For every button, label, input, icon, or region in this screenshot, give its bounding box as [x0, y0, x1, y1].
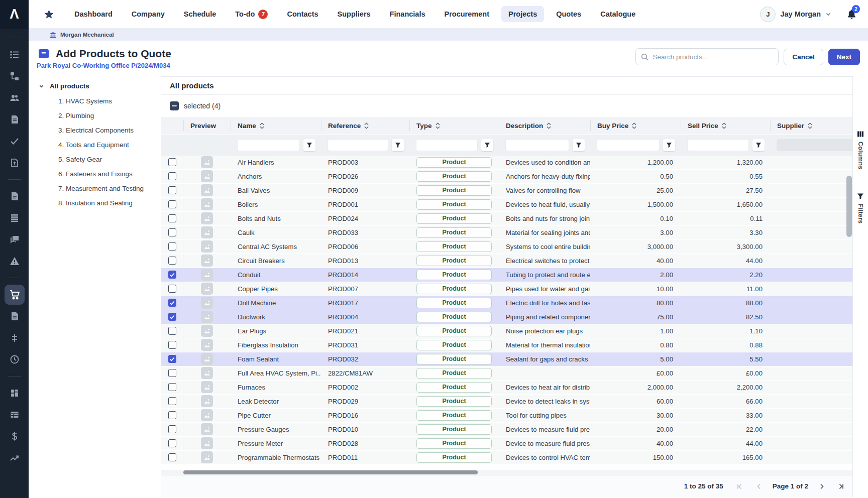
nav-item-to-do[interactable]: To-do7 — [228, 6, 275, 23]
row-checkbox[interactable] — [168, 172, 176, 180]
nav-item-catalogue[interactable]: Catalogue — [593, 6, 642, 22]
previous-page-button[interactable] — [753, 481, 765, 492]
list-icon[interactable] — [9, 49, 21, 61]
nav-item-suppliers[interactable]: Suppliers — [331, 6, 378, 22]
table-row[interactable]: Circuit Breakers PROD013 Product Electri… — [161, 254, 852, 268]
rows-icon[interactable] — [9, 212, 21, 224]
columns-tab[interactable]: Columns — [857, 131, 864, 170]
nav-item-company[interactable]: Company — [125, 6, 172, 22]
table-row[interactable]: Pressure Meter PROD028 Product Device to… — [161, 437, 852, 451]
description-filter-funnel-button[interactable] — [573, 139, 585, 151]
sort-icon[interactable] — [436, 122, 440, 129]
sell-price-filter-input[interactable] — [687, 139, 749, 151]
tree-item[interactable]: 4. Tools and Equipment — [29, 138, 161, 152]
table-row[interactable]: Full Area HVAC System, Pi... 2822/CM81AW… — [161, 366, 852, 381]
table-row[interactable]: Foam Sealant PROD032 Product Sealant for… — [161, 352, 852, 366]
select-all-indeterminate-checkbox[interactable] — [170, 101, 179, 110]
table-row[interactable]: Programmable Thermostats PROD011 Product… — [161, 451, 852, 465]
sort-icon[interactable] — [260, 122, 264, 129]
row-checkbox[interactable] — [168, 411, 176, 419]
notifications-bell[interactable]: 2 — [846, 9, 857, 20]
row-checkbox[interactable] — [168, 369, 176, 377]
table-row[interactable]: Central AC Systems PROD006 Product Syste… — [161, 240, 852, 254]
sort-icon[interactable] — [722, 122, 726, 129]
column-header-reference[interactable]: Reference — [321, 117, 409, 135]
tree-item[interactable]: 8. Insulation and Sealing — [29, 196, 161, 210]
chat-icon[interactable] — [9, 233, 21, 245]
row-checkbox[interactable] — [168, 186, 176, 194]
favorites-star-icon[interactable] — [44, 9, 54, 20]
column-header-buy-price[interactable]: Buy Price — [590, 117, 681, 135]
nav-item-dashboard[interactable]: Dashboard — [67, 6, 120, 22]
grid-icon[interactable] — [9, 387, 21, 399]
table-row[interactable]: Boilers PROD001 Product Devices to heat … — [161, 198, 852, 212]
sort-icon[interactable] — [808, 122, 812, 129]
table-row[interactable]: Ductwork PROD004 Product Piping and rela… — [161, 310, 852, 324]
nav-item-procurement[interactable]: Procurement — [438, 6, 496, 22]
column-header-name[interactable]: Name — [231, 117, 321, 135]
sort-icon[interactable] — [547, 122, 551, 129]
table-row[interactable]: Anchors PROD026 Product Anchors for heav… — [161, 170, 852, 184]
table-row[interactable]: Pressure Gauges PROD010 Product Devices … — [161, 423, 852, 437]
table-row[interactable]: Furnaces PROD002 Product Devices to heat… — [161, 381, 852, 395]
document-icon[interactable] — [9, 113, 21, 126]
table-row[interactable]: Copper Pipes PROD007 Product Pipes used … — [161, 282, 852, 296]
document-lines-icon[interactable] — [9, 190, 21, 202]
next-page-button[interactable] — [816, 481, 827, 492]
users-icon[interactable] — [9, 92, 21, 104]
horizontal-scrollbar[interactable] — [161, 470, 852, 475]
column-header-type[interactable]: Type — [409, 117, 499, 135]
row-checkbox[interactable] — [168, 228, 176, 236]
vertical-scrollbar[interactable] — [846, 157, 852, 277]
row-checkbox[interactable] — [168, 214, 176, 222]
clock-icon[interactable] — [9, 353, 21, 365]
breadcrumb[interactable]: Morgan Mechanical — [29, 29, 868, 41]
row-checkbox[interactable] — [168, 242, 176, 251]
table-row[interactable]: Bolts and Nuts PROD024 Product Bolts and… — [161, 212, 852, 226]
column-header-sell-price[interactable]: Sell Price — [681, 117, 770, 135]
row-checkbox[interactable] — [168, 341, 176, 349]
row-checkbox[interactable] — [168, 383, 176, 391]
tree-root-all-products[interactable]: All products — [29, 76, 161, 92]
filters-tab[interactable]: Filters — [857, 193, 864, 224]
row-checkbox[interactable] — [168, 355, 176, 363]
tree-item[interactable]: 7. Measurement and Testing — [29, 181, 161, 196]
reference-filter-funnel-button[interactable] — [392, 139, 404, 151]
invoice-icon[interactable] — [9, 310, 21, 322]
nav-item-projects[interactable]: Projects — [501, 6, 544, 22]
nav-item-quotes[interactable]: Quotes — [549, 6, 588, 22]
tree-item[interactable]: 3. Electrical Components — [29, 123, 161, 138]
tree-item[interactable]: 2. Plumbing — [29, 108, 161, 123]
row-checkbox[interactable] — [168, 299, 176, 307]
next-button[interactable]: Next — [828, 49, 860, 65]
type-filter-funnel-button[interactable] — [481, 139, 493, 151]
vertical-scrollbar-thumb[interactable] — [846, 176, 852, 237]
first-page-button[interactable] — [734, 481, 745, 492]
name-filter-input[interactable] — [237, 139, 300, 151]
description-filter-input[interactable] — [505, 139, 569, 151]
trend-icon[interactable] — [9, 452, 21, 464]
type-filter-input[interactable] — [416, 139, 478, 151]
row-checkbox[interactable] — [168, 439, 176, 447]
table-row[interactable]: Drill Machine PROD017 Product Electric d… — [161, 296, 852, 310]
table-icon[interactable] — [9, 409, 21, 421]
tree-item[interactable]: 6. Fasteners and Fixings — [29, 167, 161, 181]
row-checkbox[interactable] — [168, 257, 176, 265]
warning-icon[interactable] — [9, 255, 21, 267]
buy-price-filter-input[interactable] — [597, 139, 660, 151]
search-input[interactable] — [653, 53, 773, 61]
column-header-description[interactable]: Description — [499, 117, 590, 135]
cart-icon[interactable] — [5, 285, 25, 305]
row-checkbox[interactable] — [168, 397, 176, 405]
table-row[interactable]: Ball Valves PROD009 Product Valves for c… — [161, 184, 852, 198]
table-row[interactable]: Fiberglass Insulation PROD031 Product Ma… — [161, 338, 852, 352]
row-checkbox[interactable] — [168, 425, 176, 433]
sort-icon[interactable] — [632, 122, 636, 129]
dollar-icon[interactable] — [9, 430, 21, 442]
file-upload-icon[interactable] — [9, 157, 21, 169]
adjustments-icon[interactable] — [9, 332, 21, 344]
row-checkbox[interactable] — [168, 271, 176, 279]
sort-icon[interactable] — [364, 122, 369, 129]
buy-price-filter-funnel-button[interactable] — [663, 139, 675, 151]
column-header-supplier[interactable]: Supplier — [770, 117, 852, 135]
